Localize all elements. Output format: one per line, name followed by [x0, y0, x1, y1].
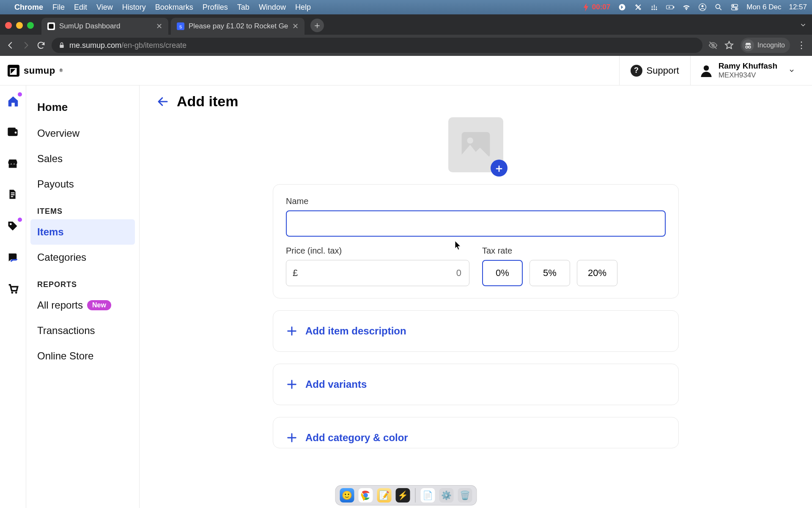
status-icon-3[interactable]: [650, 3, 658, 11]
item-image-picker[interactable]: ＋: [448, 117, 503, 172]
brand-tm: ®: [60, 68, 63, 73]
new-tab-button[interactable]: ＋: [310, 19, 324, 32]
url-path: /en-gb/items/create: [121, 41, 187, 50]
app-header: ◪ sumup® ? Support Ramy Khuffash MEXH934…: [0, 56, 812, 86]
add-variants-label: Add variants: [305, 378, 367, 390]
tabbar-expand-button[interactable]: [799, 21, 807, 29]
address-bar[interactable]: me.sumup.com/en-gb/items/create: [52, 38, 702, 53]
rail-home-icon[interactable]: [7, 95, 19, 108]
control-center-icon[interactable]: [730, 3, 739, 11]
nav-icon-rail: [0, 86, 26, 508]
chrome-tabbar: SumUp Dashboard ✕ s Please pay £1.02 to …: [0, 14, 812, 35]
sidebar-item-items[interactable]: Items: [30, 219, 135, 245]
eye-off-icon[interactable]: [708, 41, 718, 50]
brand-name: sumup: [24, 65, 55, 76]
menubar-date[interactable]: Mon 6 Dec: [746, 3, 781, 11]
add-description-button[interactable]: Add item description: [273, 310, 679, 352]
svg-point-3: [656, 8, 657, 10]
nav-back-button[interactable]: [6, 41, 15, 50]
support-button[interactable]: ? Support: [619, 56, 690, 85]
battery-icon[interactable]: [666, 3, 675, 11]
add-image-button[interactable]: ＋: [491, 160, 508, 177]
svg-point-2: [654, 8, 655, 10]
spotlight-icon[interactable]: [714, 3, 723, 11]
sidebar-item-home[interactable]: Home: [30, 94, 135, 121]
browser-tab-1[interactable]: s Please pay £1.02 to Rocket Ge ✕: [171, 18, 304, 35]
status-icon-2[interactable]: [634, 3, 642, 11]
menu-app-name[interactable]: Chrome: [14, 3, 43, 12]
battery-status[interactable]: 00:07: [582, 3, 610, 11]
window-minimize-button[interactable]: [16, 22, 23, 29]
tab-close-button[interactable]: ✕: [156, 22, 162, 31]
tax-option-20[interactable]: 20%: [577, 260, 617, 286]
wifi-icon[interactable]: [682, 3, 691, 11]
reload-button[interactable]: [36, 41, 46, 50]
svg-point-11: [716, 4, 720, 8]
add-variants-button[interactable]: Add variants: [273, 364, 679, 405]
dock-separator: [415, 488, 416, 502]
menu-view[interactable]: View: [96, 3, 113, 12]
rail-wallet-icon[interactable]: [7, 126, 19, 139]
svg-point-15: [735, 8, 737, 10]
sidebar-item-online-store[interactable]: Online Store: [30, 343, 135, 369]
window-maximize-button[interactable]: [27, 22, 34, 29]
bookmark-star-button[interactable]: [724, 41, 734, 50]
sidebar-item-transactions[interactable]: Transactions: [30, 318, 135, 343]
lock-icon: [58, 42, 65, 49]
rail-document-icon[interactable]: [7, 189, 19, 202]
dock-trash-icon[interactable]: 🗑️: [458, 488, 472, 502]
dock-notes-icon[interactable]: 📝: [377, 488, 392, 502]
menu-tab[interactable]: Tab: [237, 3, 250, 12]
rail-chat-icon[interactable]: [7, 251, 19, 264]
sidebar-item-categories[interactable]: Categories: [30, 245, 135, 270]
menubar-clock[interactable]: 12:57: [789, 3, 807, 11]
svg-rect-4: [652, 6, 653, 8]
item-price-input[interactable]: [286, 260, 469, 286]
sidebar-item-sales[interactable]: Sales: [30, 146, 135, 171]
sidebar-heading-reports: REPORTS: [30, 270, 135, 293]
menu-profiles[interactable]: Profiles: [203, 3, 228, 12]
back-button[interactable]: [156, 95, 169, 108]
item-name-input[interactable]: [286, 210, 666, 237]
rail-tag-icon[interactable]: [7, 220, 19, 233]
svg-point-14: [732, 5, 734, 6]
menu-history[interactable]: History: [122, 3, 146, 12]
svg-point-23: [749, 46, 751, 48]
sidebar-item-all-reports[interactable]: All reports New: [30, 293, 135, 318]
menu-bookmarks[interactable]: Bookmarks: [155, 3, 193, 12]
menu-help[interactable]: Help: [295, 3, 311, 12]
tax-option-0[interactable]: 0%: [482, 260, 523, 286]
dock-chrome-icon[interactable]: [359, 488, 373, 502]
menu-edit[interactable]: Edit: [74, 3, 87, 12]
rail-cart-icon[interactable]: [7, 283, 19, 295]
chrome-menu-button[interactable]: ⋮: [797, 40, 806, 51]
menu-file[interactable]: File: [52, 3, 65, 12]
add-category-button[interactable]: Add category & color: [273, 417, 679, 448]
browser-tab-0[interactable]: SumUp Dashboard ✕: [41, 18, 168, 35]
window-close-button[interactable]: [5, 22, 12, 29]
svg-point-22: [746, 46, 748, 48]
rail-shop-icon[interactable]: [7, 157, 19, 170]
dock-textedit-icon[interactable]: 📄: [421, 488, 435, 502]
sidebar-item-overview[interactable]: Overview: [30, 121, 135, 146]
status-icon-1[interactable]: [618, 3, 626, 11]
sidebar-item-payouts[interactable]: Payouts: [30, 171, 135, 197]
tax-option-5[interactable]: 5%: [529, 260, 570, 286]
nav-forward-button[interactable]: [21, 41, 30, 50]
menu-window[interactable]: Window: [259, 3, 286, 12]
brand-logo[interactable]: ◪ sumup®: [8, 65, 63, 77]
window-controls: [5, 22, 34, 29]
name-field-label: Name: [286, 196, 666, 206]
status-icon-user[interactable]: [698, 3, 707, 11]
profile-menu-button[interactable]: Ramy Khuffash MEXH934V: [690, 56, 804, 85]
dock-bolt-icon[interactable]: ⚡: [396, 488, 410, 502]
svg-rect-8: [673, 6, 674, 8]
tax-rate-group: 0% 5% 20%: [482, 260, 666, 286]
tab-close-button[interactable]: ✕: [292, 22, 299, 31]
svg-rect-29: [11, 194, 14, 195]
dock-finder-icon[interactable]: 🙂: [340, 488, 354, 502]
dock: 🙂 📝 ⚡ 📄 ⚙️ 🗑️: [335, 485, 477, 505]
dock-settings-icon[interactable]: ⚙️: [439, 488, 454, 502]
incognito-indicator[interactable]: Incognito: [741, 38, 790, 53]
app-viewport: ◪ sumup® ? Support Ramy Khuffash MEXH934…: [0, 56, 812, 508]
